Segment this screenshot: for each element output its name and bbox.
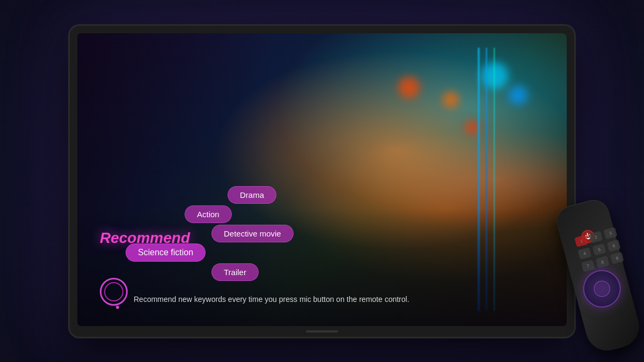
tv-screen: Recommend Drama Action Detective movie S… (77, 33, 567, 326)
remote-navigation-pad[interactable] (579, 266, 625, 312)
voice-dot (116, 306, 119, 309)
remote-btn-9[interactable]: 9 (610, 252, 624, 264)
instruction-text: Recommend new keywords every time you pr… (134, 295, 551, 304)
remote-btn-6[interactable]: 6 (607, 240, 621, 252)
chip-scifi[interactable]: Science fiction (126, 243, 206, 262)
tv-bezel: Recommend Drama Action Detective movie S… (70, 26, 574, 337)
remote-btn-4[interactable]: 4 (578, 247, 592, 260)
voice-circle (100, 278, 128, 306)
chip-action[interactable]: Action (185, 205, 232, 223)
remote-btn-7[interactable]: 7 (581, 260, 595, 272)
remote-btn-8[interactable]: 8 (596, 256, 610, 268)
remote-btn-1[interactable]: 1 (574, 235, 588, 247)
remote-btn-2[interactable]: 2 (589, 231, 603, 243)
remote-btn-5[interactable]: 5 (592, 243, 606, 256)
chip-drama[interactable]: Drama (228, 186, 276, 204)
tv-container: Recommend Drama Action Detective movie S… (70, 26, 574, 337)
remote-ok-button[interactable] (592, 279, 612, 299)
voice-inner-ring (104, 282, 123, 301)
chips-area: Drama Action Detective movie Science fic… (77, 176, 567, 283)
remote-buttons-area: 1 2 3 4 5 6 7 8 9 (572, 230, 612, 272)
tv-bottom-edge (306, 330, 338, 333)
ui-overlay: Recommend Drama Action Detective movie S… (77, 33, 567, 326)
chip-detective[interactable]: Detective movie (211, 225, 294, 242)
remote-btn-3[interactable]: 3 (603, 227, 617, 239)
chip-trailer[interactable]: Trailer (211, 263, 259, 281)
